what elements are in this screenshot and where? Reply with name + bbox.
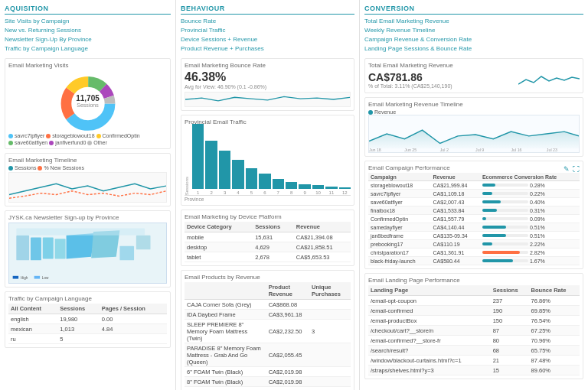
provincial-chart-title: Provincial Email Traffic [185, 119, 351, 125]
bar-col-5: 5 [246, 168, 257, 195]
bar-col-6: 6 [259, 174, 270, 195]
timeline-card: Email Marketing Timeline Sessions % New … [5, 153, 171, 206]
table-row: /email-opt-coupon23776.86% [368, 296, 580, 306]
lang-col-content: All Content [8, 304, 57, 314]
donut-chart: 11,705 Sessions [42, 70, 134, 132]
svg-rect-7 [16, 236, 29, 261]
nav-provincial[interactable]: Provincial Traffic [181, 26, 354, 35]
language-table-card: Traffic by Campaign Language All Content… [5, 291, 171, 348]
acquisition-title: AQUISITION [5, 5, 171, 15]
svg-rect-10 [55, 239, 66, 258]
bar-chart: Sessions 1 2 3 4 5 6 7 8 9 10 11 12 [185, 127, 351, 196]
language-table-title: Traffic by Campaign Language [8, 295, 167, 302]
timeline-legend: Sessions % New Sessions [8, 165, 167, 171]
donut-chart-title: Email Marketing Visits [8, 62, 167, 69]
svg-text:Jul 16: Jul 16 [511, 148, 521, 152]
nav-bounce-rate[interactable]: Bounce Rate [181, 17, 354, 26]
table-row: PARADISE 8" Memory Foam Mattress - Grab … [185, 343, 351, 367]
table-row: 8" FOAM Twin (Black)CA$2,019.98 [185, 377, 351, 387]
products-table-title: Email Products by Revenue [185, 274, 351, 281]
table-row: prebooking17 CA$110.19 2.22% [368, 240, 580, 249]
nav-site-visits[interactable]: Site Visits by Campaign [5, 17, 171, 26]
timeline-legend-sessions: Sessions [8, 165, 36, 171]
legend-label-5: janflverfund0 [55, 140, 86, 145]
table-row: desktop 4,629 CA$21,858.51 [185, 242, 351, 252]
device-table: Device Category Sessions Revenue mobile … [185, 222, 351, 262]
table-row: IDA Daybed FrameCA$3,961.18 [185, 310, 351, 320]
land-col-rate: Bounce Rate [529, 285, 580, 296]
device-row2-sess: 4,629 [253, 242, 294, 252]
camp-col-name: Campaign [368, 173, 431, 181]
legend-item-5: janflverfund0 [49, 140, 86, 145]
behaviour-title: BEHAVIOUR [181, 5, 354, 15]
x-axis-label: Province [185, 197, 351, 202]
acquisition-nav: Site Visits by Campaign New vs. Returnin… [5, 17, 171, 54]
lang-row2-sessions: 1,013 [57, 324, 99, 334]
bar-col-1: 1 [192, 124, 204, 195]
total-revenue-value: CA$781.86 [368, 71, 452, 83]
lang-row1-sessions: 19,980 [57, 314, 99, 324]
legend-item-3: ConfirmedOptin [96, 133, 140, 138]
bar-col-9: 9 [299, 184, 310, 195]
donut-chart-card: Email Marketing Visits 11,705 Sessions [5, 58, 171, 149]
table-row: SIMA 1 + 3 Dresser (Espresso)CA$1,938.36 [185, 387, 351, 391]
camp-col-rate: Ecommerce Conversion Rate [480, 173, 580, 181]
y-axis-label: Sessions [185, 177, 189, 195]
conversion-column: CONVERSION Total Email Marketing Revenue… [360, 0, 588, 390]
svg-rect-14 [13, 276, 18, 279]
nav-landing-page[interactable]: Landing Page Sessions & Bounce Rate [364, 44, 583, 54]
bounce-rate-card: Email Marketing Bounce Rate 46.38% Avg f… [181, 58, 354, 111]
legend-item-1: savrc7lpflyer [8, 133, 44, 138]
device-row2-cat: desktop [185, 242, 253, 252]
bounce-rate-title: Email Marketing Bounce Rate [185, 62, 351, 69]
table-row: save60atflyer CA$2,007.43 0.40% [368, 198, 580, 206]
revenue-timeline-card: Email Marketing Revenue Timeline Revenue [364, 97, 583, 157]
bar-col-7: 7 [273, 179, 284, 195]
bar-col-3: 3 [219, 151, 230, 195]
nav-device-revenue[interactable]: Device Sessions + Revenue [181, 35, 354, 44]
total-revenue-sub: % of Total: 3.11% (CA$25,140,190) [368, 83, 452, 89]
bar-col-2: 2 [205, 141, 217, 195]
camp-col-revenue: Revenue [431, 173, 480, 181]
svg-text:Jul 2: Jul 2 [440, 148, 449, 152]
lang-row3-pages [100, 334, 167, 344]
nav-new-returning[interactable]: New vs. Returning Sessions [5, 26, 171, 35]
acquisition-column: AQUISITION Site Visits by Campaign New v… [0, 0, 176, 390]
nav-newsletter-province[interactable]: Newsletter Sign-Up By Province [5, 35, 171, 44]
nav-traffic-language[interactable]: Traffic by Campaign Language [5, 44, 171, 54]
svg-text:Jun 18: Jun 18 [369, 148, 381, 152]
nav-total-revenue[interactable]: Total Email Marketing Revenue [364, 17, 583, 26]
table-row: CAJA Corner Sofa (Grey)CA$868.08 [185, 300, 351, 310]
svg-rect-11 [119, 246, 134, 261]
total-revenue-sparkline [518, 70, 580, 89]
device-col-revenue: Revenue [294, 222, 351, 232]
landing-table-card: Email Landing Page Performance Landing P… [364, 273, 583, 379]
svg-rect-8 [31, 238, 41, 261]
revenue-legend: Revenue [368, 109, 580, 115]
table-row: storageblowout18 CA$21,999.84 0.28% [368, 181, 580, 190]
table-row: SLEEP PREMIERE 8" Memory Foam Mattress (… [185, 320, 351, 343]
table-row: christparation17 CA$1,361.91 2.82% [368, 249, 580, 257]
bar-col-8: 8 [286, 182, 297, 195]
campaign-table: Campaign Revenue Ecommerce Conversion Ra… [368, 173, 580, 265]
campaign-table-actions: ✎ ⛶ [564, 165, 580, 173]
revenue-timeline-title: Email Marketing Revenue Timeline [368, 101, 580, 108]
revenue-chart: Jun 18 Jun 25 Jul 2 Jul 9 Jul 16 Jul 23 [368, 115, 580, 153]
device-row1-sess: 15,631 [253, 232, 294, 242]
table-row: savrc7lpflyer CA$1,109.18 0.22% [368, 190, 580, 198]
total-revenue-card: Total Email Marketing Revenue CA$781.86 … [364, 58, 583, 93]
fullscreen-icon[interactable]: ⛶ [573, 165, 580, 173]
dashboard-container: AQUISITION Site Visits by Campaign New v… [0, 0, 588, 390]
device-table-card: Email Marketing by Device Platform Devic… [181, 210, 354, 266]
lang-col-pages: Pages / Session [100, 304, 167, 314]
landing-table: Landing Page Sessions Bounce Rate /email… [368, 285, 580, 375]
device-row3-rev: CA$5,653.53 [294, 252, 351, 262]
table-row: mexican 1,013 4.84 [8, 324, 167, 334]
nav-campaign-rate[interactable]: Campaign Revenue & Conversion Rate [364, 35, 583, 44]
edit-icon[interactable]: ✎ [564, 165, 570, 173]
nav-weekly-timeline[interactable]: Weekly Revenue Timeline [364, 26, 583, 35]
table-row: jan8bedframe CA$135-09.34 0.51% [368, 232, 580, 240]
map-title: JYSK.ca Newsletter Sign-up by Province [8, 214, 167, 221]
svg-text:Jul 9: Jul 9 [475, 148, 484, 152]
nav-product-revenue[interactable]: Product Revenue + Purchases [181, 44, 354, 54]
